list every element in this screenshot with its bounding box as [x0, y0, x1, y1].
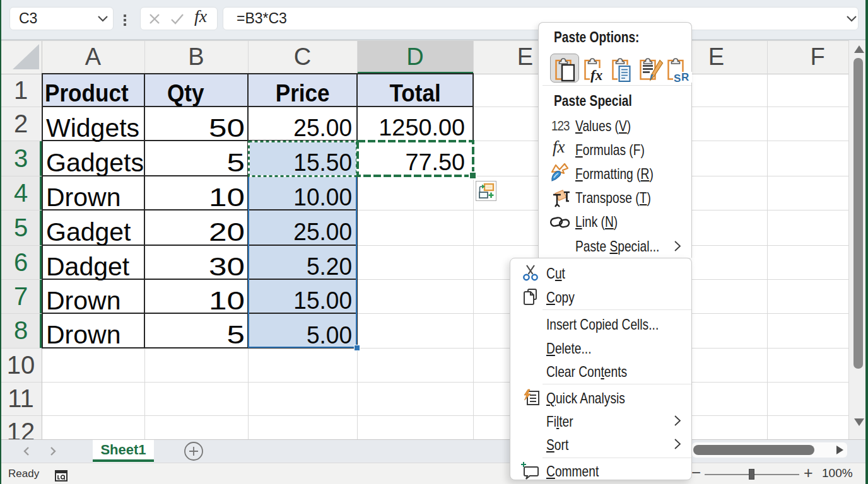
- svg-text:fx: fx: [590, 67, 602, 83]
- svg-text:R: R: [681, 71, 689, 83]
- svg-text:S: S: [674, 72, 681, 83]
